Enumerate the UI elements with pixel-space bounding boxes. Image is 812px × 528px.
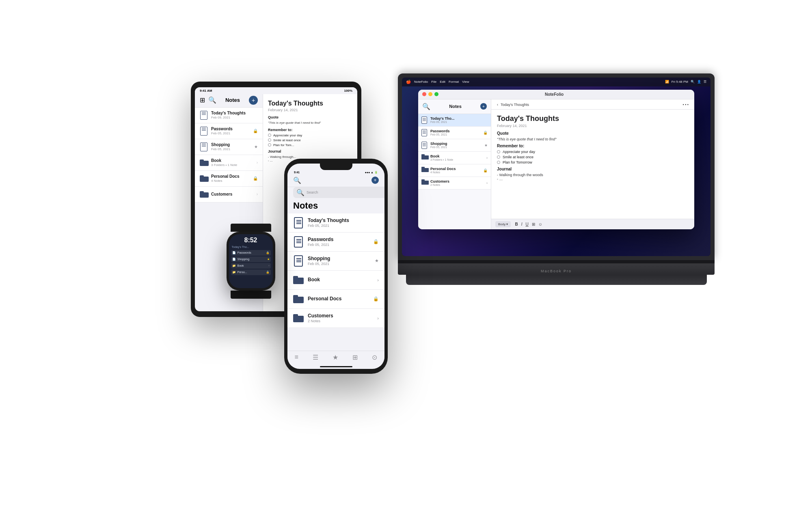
chevron-icon: ›: [257, 192, 258, 196]
mac-search-icon[interactable]: 🔍: [422, 103, 430, 110]
note-title: Book: [430, 154, 484, 158]
italic-icon[interactable]: I: [521, 222, 523, 226]
body-format-button[interactable]: Body ▾: [495, 221, 511, 227]
watch-band-top: [231, 224, 271, 232]
list-item[interactable]: Shopping Feb 05, 2021 ★: [195, 139, 263, 155]
ipad-header-icons: ⊞ 🔍: [200, 96, 216, 104]
note-meta: 4 Notes: [430, 171, 481, 174]
star-badge: ★: [254, 144, 258, 149]
watch-list-item[interactable]: 📄 Shopping ★: [231, 256, 271, 262]
note-title: Customers: [211, 192, 253, 196]
mac-note-actions[interactable]: • • •: [683, 103, 689, 107]
list-item[interactable]: Customers 2 Notes ›: [287, 309, 384, 328]
tab-list[interactable]: ☰: [313, 353, 318, 361]
check-text: Appreciate your day: [273, 134, 302, 137]
doc-icon: [293, 236, 304, 248]
note-title: Customers: [308, 313, 373, 319]
watch-star-badge: ★: [267, 258, 270, 261]
list-item[interactable]: Passwords Feb 05, 2021 🔒: [287, 233, 384, 252]
bold-icon[interactable]: B: [515, 222, 518, 226]
wifi-icon: 📶: [665, 80, 669, 84]
iphone-note-list: Today's Thoughts Feb 05, 2021 Passwords …: [287, 213, 384, 351]
list-item[interactable]: Shopping Feb 05, 2021 ★: [287, 252, 384, 271]
iphone-search-bar[interactable]: 🔍 Search: [293, 187, 384, 198]
sidebar-toggle-icon[interactable]: ⊞: [200, 96, 205, 104]
table-icon[interactable]: ⊞: [532, 222, 535, 226]
note-date: Feb 05, 2021: [308, 243, 369, 247]
iphone-search-icon[interactable]: 🔍: [293, 177, 301, 184]
note-title: Personal Docs: [430, 167, 481, 171]
note-text: Customers 2 Notes: [308, 313, 373, 323]
note-meta: 2 Notes: [430, 183, 484, 186]
doc-icon: [293, 217, 304, 229]
watch-list-item[interactable]: 📁 Book ›: [231, 263, 271, 269]
note-text: Book 3 Folders • 1 Note: [211, 158, 253, 167]
lock-badge: 🔒: [483, 131, 488, 135]
star-badge: ★: [484, 143, 488, 147]
macbook-menubar: 🍎 NoteFolio File Edit Format View 📶 Fri …: [402, 78, 710, 86]
ipad-time: 9:41 AM: [200, 89, 212, 93]
list-item[interactable]: Passwords Feb 05, 2021 🔒: [195, 123, 263, 139]
iphone-time: 9:41: [294, 171, 300, 174]
mac-journal-text: - Walking through the woods: [497, 173, 689, 177]
list-item[interactable]: Personal Docs 🔒: [287, 290, 384, 309]
tab-all-notes[interactable]: ≡: [295, 353, 298, 361]
note-meta: 3 Folders • 1 Note: [430, 158, 484, 161]
note-text: Personal Docs 4 Notes: [211, 174, 250, 183]
list-item[interactable]: Customers 2 Notes ›: [418, 177, 491, 190]
mac-add-button[interactable]: +: [480, 103, 487, 110]
underline-icon[interactable]: U: [525, 222, 528, 226]
list-item[interactable]: Personal Docs 4 Notes 🔒: [195, 171, 263, 187]
list-item[interactable]: Passwords Feb 05, 2021 🔒: [418, 127, 491, 139]
all-notes-icon: ≡: [295, 353, 298, 361]
lock-badge: 🔒: [373, 239, 379, 244]
back-icon[interactable]: ‹: [497, 103, 498, 107]
search-menu-icon[interactable]: 🔍: [691, 80, 695, 84]
list-item[interactable]: Today's Thoughts Feb 09, 2021: [195, 108, 263, 123]
iphone-search-placeholder: Search: [307, 190, 318, 194]
list-icon: ☰: [313, 353, 318, 361]
tab-starred[interactable]: ★: [333, 353, 338, 361]
lock-badge: 🔒: [253, 129, 258, 133]
emoji-icon[interactable]: ☺: [538, 222, 542, 226]
watch-chevron: ›: [268, 264, 269, 267]
list-item[interactable]: Today's Thoughts Feb 05, 2021: [287, 213, 384, 233]
note-title: Shopping: [430, 142, 482, 146]
chevron-badge: ›: [486, 181, 488, 185]
watch-list-item[interactable]: 📄 Passwords 🔒: [231, 250, 271, 256]
check-circle: [497, 150, 500, 153]
note-date: Feb 05, 2021: [308, 224, 379, 228]
search-icon[interactable]: 🔍: [208, 96, 216, 104]
note-text: Today's Tho... Feb 09, 2021: [430, 116, 488, 123]
note-text: Shopping Feb 05, 2021: [308, 256, 371, 266]
fullscreen-button[interactable]: [434, 92, 438, 96]
macbook-app-window: NoteFolio 🔍 Notes +: [418, 90, 694, 229]
tab-settings[interactable]: ⊙: [372, 353, 377, 361]
list-item[interactable]: Personal Docs 4 Notes 🔒: [418, 164, 491, 177]
list-item[interactable]: Customers ›: [195, 187, 263, 203]
list-item[interactable]: Book 3 Folders • 1 Note ›: [418, 152, 491, 164]
note-title: Passwords: [308, 237, 369, 242]
list-item[interactable]: Book 3 Folders • 1 Note ›: [195, 155, 263, 171]
settings-icon: ⊙: [372, 353, 377, 361]
list-item[interactable]: Shopping Feb 05, 2021 ★: [418, 139, 491, 152]
list-item[interactable]: Today's Tho... Feb 09, 2021: [418, 114, 491, 127]
note-meta: 4 Notes: [211, 179, 250, 183]
iphone-add-button[interactable]: +: [371, 177, 379, 184]
close-button[interactable]: [422, 92, 426, 96]
macbook-bottom: [406, 275, 707, 285]
minimize-button[interactable]: [428, 92, 432, 96]
lock-badge: 🔒: [373, 296, 379, 302]
list-item[interactable]: Book ›: [287, 271, 384, 290]
note-text: Personal Docs: [308, 296, 369, 302]
list-menu-icon[interactable]: ☰: [704, 80, 706, 84]
tab-grid[interactable]: ⊞: [352, 353, 358, 361]
folder-icon: [200, 158, 208, 168]
watch-screen: 8:52 Today's Tho... 📄 Passwords 🔒 📄 Shop…: [229, 234, 273, 288]
watch-app-title: Today's Tho...: [231, 246, 271, 248]
iphone-status-bar: 9:41 ●●● ▲ 🔋: [287, 170, 384, 175]
note-text: Book: [308, 277, 373, 283]
ipad-add-button[interactable]: +: [249, 96, 258, 105]
mac-note-main-date: February 14, 2021: [497, 124, 689, 128]
watch-list-item[interactable]: 📁 Perso... 🔒: [231, 269, 271, 275]
